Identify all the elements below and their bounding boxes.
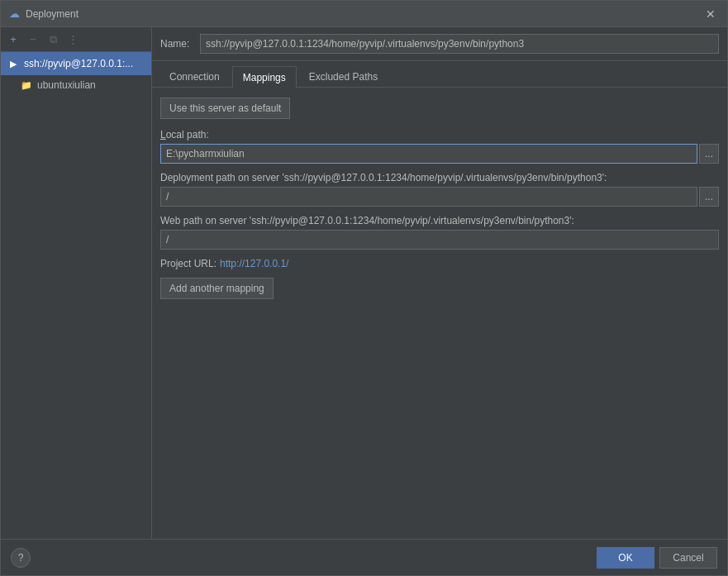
local-path-input[interactable] (160, 144, 697, 164)
sidebar-sub-item-label: ubuntuxiulian (37, 79, 96, 91)
deployment-path-browse-button[interactable]: ... (699, 187, 719, 207)
menu-server-button[interactable]: ⋮ (64, 31, 82, 49)
web-path-section: Web path on server 'ssh://pyvip@127.0.0.… (160, 215, 719, 250)
web-path-row (160, 230, 719, 250)
use-server-button[interactable]: Use this server as default (160, 98, 290, 119)
local-path-row: ... (160, 144, 719, 164)
sidebar-item-label: ssh://pyvip@127.0.0.1:... (24, 58, 133, 69)
tabs-bar: Connection Mappings Excluded Paths (152, 61, 727, 88)
add-mapping-button[interactable]: Add another mapping (160, 278, 274, 299)
sidebar: + − ⧉ ⋮ ▶ ssh://pyvip@127.0.0.1:... 📁 ub… (1, 27, 152, 539)
close-button[interactable]: ✕ (701, 4, 721, 24)
dialog-buttons: OK Cancel (597, 547, 717, 569)
tab-connection[interactable]: Connection (159, 65, 231, 87)
deployment-icon: ☁ (7, 7, 21, 21)
local-path-section: Local path: ... (160, 129, 719, 164)
project-url-row: Project URL: http://127.0.0.1/ (160, 258, 719, 269)
sidebar-scroll: ▶ ssh://pyvip@127.0.0.1:... 📁 ubuntuxiul… (1, 52, 151, 539)
deployment-path-section: Deployment path on server 'ssh://pyvip@1… (160, 172, 719, 207)
local-path-label: Local path: (160, 129, 719, 140)
copy-server-button[interactable]: ⧉ (44, 31, 62, 49)
cancel-button[interactable]: Cancel (659, 547, 717, 569)
deployment-path-input[interactable] (160, 187, 697, 207)
tab-content-mappings: Use this server as default Local path: .… (152, 88, 727, 539)
sidebar-item-ssh[interactable]: ▶ ssh://pyvip@127.0.0.1:... (1, 52, 151, 75)
web-path-label: Web path on server 'ssh://pyvip@127.0.0.… (160, 215, 719, 226)
deployment-dialog: ☁ Deployment ✕ + − ⧉ ⋮ ▶ ssh://pyvip@127… (0, 0, 728, 576)
sidebar-toolbar: + − ⧉ ⋮ (1, 27, 151, 52)
remove-server-button[interactable]: − (24, 31, 42, 49)
name-input[interactable] (200, 34, 719, 54)
deployment-path-label: Deployment path on server 'ssh://pyvip@1… (160, 172, 719, 183)
title-bar: ☁ Deployment ✕ (1, 1, 727, 27)
help-button[interactable]: ? (11, 548, 31, 568)
tab-excluded-paths[interactable]: Excluded Paths (298, 65, 388, 87)
right-panel: Name: Connection Mappings Excluded Paths… (152, 27, 727, 539)
bottom-bar: ? OK Cancel (1, 539, 727, 575)
project-url-label: Project URL: (160, 258, 216, 269)
folder-icon: 📁 (21, 79, 32, 91)
name-label: Name: (160, 38, 193, 50)
name-row: Name: (152, 27, 727, 61)
main-content: + − ⧉ ⋮ ▶ ssh://pyvip@127.0.0.1:... 📁 ub… (1, 27, 727, 539)
tab-mappings[interactable]: Mappings (232, 66, 297, 88)
server-icon: ▶ (7, 58, 19, 69)
project-url-link[interactable]: http://127.0.0.1/ (220, 258, 288, 269)
web-path-input[interactable] (160, 230, 719, 250)
local-path-browse-button[interactable]: ... (699, 144, 719, 164)
ok-button[interactable]: OK (597, 547, 654, 569)
deployment-path-row: ... (160, 187, 719, 207)
sidebar-sub-item-ubuntu[interactable]: 📁 ubuntuxiulian (1, 75, 151, 95)
title-bar-text: Deployment (26, 8, 701, 20)
add-server-button[interactable]: + (4, 31, 22, 49)
